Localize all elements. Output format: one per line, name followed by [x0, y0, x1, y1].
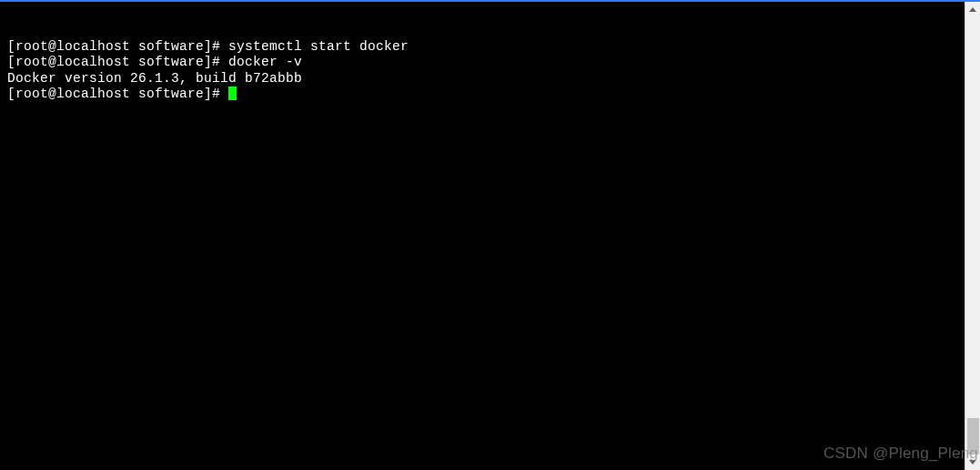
prompt: [root@localhost software]#: [7, 87, 228, 101]
scrollbar-thumb[interactable]: [967, 418, 979, 455]
terminal[interactable]: [root@localhost software]# systemctl sta…: [0, 2, 965, 470]
command-text: docker -v: [228, 55, 302, 69]
scrollbar[interactable]: [965, 2, 980, 470]
terminal-line: [root@localhost software]# systemctl sta…: [7, 39, 957, 55]
terminal-wrapper: [root@localhost software]# systemctl sta…: [0, 2, 980, 470]
prompt: [root@localhost software]#: [7, 55, 228, 69]
command-text: systemctl start docker: [228, 39, 409, 54]
terminal-line: [root@localhost software]#: [7, 87, 957, 102]
scroll-down-icon[interactable]: [965, 455, 980, 470]
scroll-up-icon[interactable]: [965, 2, 980, 17]
terminal-line: Docker version 26.1.3, build b72abbb: [7, 71, 957, 87]
output-text: Docker version 26.1.3, build b72abbb: [7, 71, 302, 86]
terminal-line: [root@localhost software]# docker -v: [7, 55, 957, 70]
prompt: [root@localhost software]#: [7, 39, 228, 54]
cursor-icon: [228, 87, 237, 100]
